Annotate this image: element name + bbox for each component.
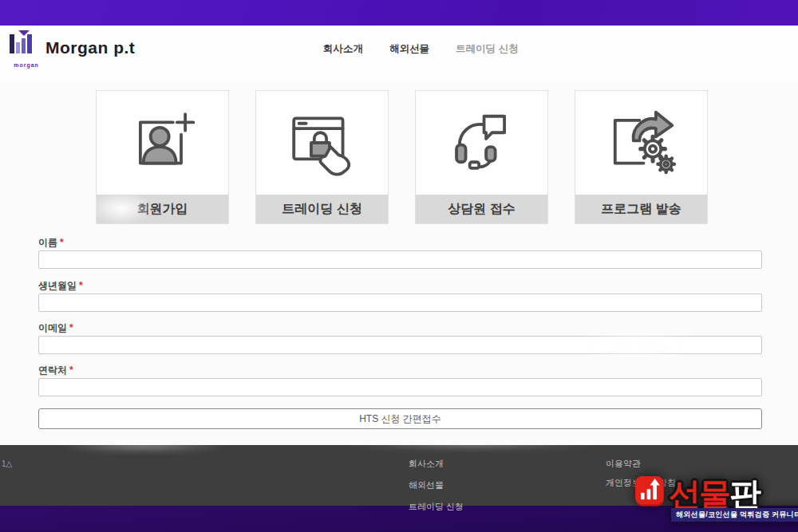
top-accent-bar (0, 0, 798, 26)
watermark-tagline: 해외선물/코인선물 먹튀검증 커뮤니티 (671, 508, 798, 522)
phone-input[interactable] (38, 378, 762, 396)
footer-link-about[interactable]: 회사소개 (409, 458, 464, 470)
email-field-group: 이메일* (38, 321, 762, 333)
bar-chart-logo-icon (8, 30, 40, 58)
phone-label: 연락처* (38, 364, 762, 375)
program-send-icon (575, 91, 707, 195)
name-label: 이름* (38, 236, 762, 247)
watermark-chart-icon (635, 476, 665, 508)
card-signup-label: 회원가입 (97, 195, 228, 223)
required-mark: * (69, 365, 73, 376)
phone-field-group: 연락처* (38, 364, 762, 375)
footer-nav-links: 회사소개 해외선물 트레이딩 신청 (409, 458, 464, 513)
card-trading-apply-label: 트레이딩 신청 (256, 195, 388, 223)
nav-item-trading[interactable]: 트레이딩 신청 (456, 42, 518, 56)
card-program-send-label: 프로그램 발송 (575, 195, 707, 223)
user-add-icon (97, 91, 228, 195)
header: morgan Morgan p.t 회사소개 해외선물 트레이딩 신청 (0, 26, 798, 80)
birthdate-input[interactable] (38, 294, 762, 312)
email-label: 이메일* (38, 321, 762, 333)
nav-item-futures[interactable]: 해외선물 (389, 42, 429, 56)
name-input[interactable] (38, 250, 762, 269)
footer-link-trading[interactable]: 트레이딩 신청 (409, 501, 464, 513)
birthdate-label: 생년월일* (38, 279, 762, 290)
name-field-group: 이름* (38, 236, 762, 247)
nav-item-about[interactable]: 회사소개 (323, 42, 363, 56)
brand-logo[interactable]: morgan (8, 30, 45, 74)
birthdate-field-group: 생년월일* (38, 279, 762, 290)
brand-title: Morgan p.t (45, 38, 135, 57)
card-program-send[interactable]: 프로그램 발송 (575, 90, 708, 224)
card-signup[interactable]: 회원가입 (96, 90, 229, 224)
watermark-logo: 선물판 해외선물/코인선물 먹튀검증 커뮤니티 (630, 467, 794, 526)
footer-partial-text: 1△ (2, 459, 12, 468)
headset-chat-icon (416, 91, 547, 195)
footer-link-futures[interactable]: 해외선물 (409, 479, 464, 491)
card-trading-apply[interactable]: 트레이딩 신청 (255, 90, 389, 224)
email-input[interactable] (38, 336, 762, 354)
card-counselor-label: 상담원 접수 (416, 195, 547, 223)
required-mark: * (60, 237, 64, 248)
watermark-word-red: 선물 (669, 475, 729, 512)
page: morgan Morgan p.t 회사소개 해외선물 트레이딩 신청 회원가입 (0, 0, 798, 532)
card-counselor[interactable]: 상담원 접수 (415, 90, 548, 224)
main-nav: 회사소개 해외선물 트레이딩 신청 (323, 42, 518, 56)
hts-apply-button[interactable]: HTS 신청 간편접수 (38, 408, 762, 429)
logo-caption: morgan (8, 62, 45, 68)
required-mark: * (79, 280, 83, 291)
required-mark: * (69, 322, 73, 333)
browser-click-icon (256, 91, 388, 195)
watermark-word-white: 판 (729, 475, 760, 512)
